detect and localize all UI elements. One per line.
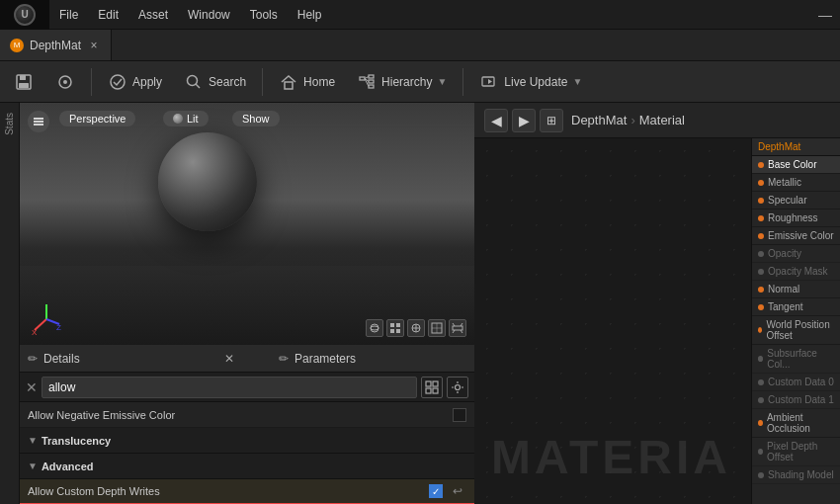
node-item-shading-model[interactable]: Shading Model [752, 466, 840, 484]
node-item-custom-data-0[interactable]: Custom Data 0 [752, 374, 840, 391]
svg-rect-44 [426, 388, 431, 393]
save-icon [14, 72, 34, 92]
perspective-button[interactable]: Perspective [59, 111, 135, 126]
node-item-world-pos[interactable]: World Position Offset [752, 316, 840, 345]
browse-button[interactable] [45, 68, 85, 96]
svg-rect-2 [19, 83, 29, 88]
forward-button[interactable]: ▶ [512, 109, 536, 132]
view-sphere-button[interactable] [366, 319, 383, 337]
material-canvas[interactable]: MATERIA [474, 138, 751, 504]
hierarchy-button[interactable]: Hierarchy ▼ [347, 68, 457, 96]
separator-2 [262, 68, 263, 96]
hierarchy-arrow: ▼ [437, 76, 447, 87]
tab-bar: M DepthMat × [0, 30, 840, 61]
search-clear-button[interactable]: ✕ [26, 379, 38, 395]
prop-allow-custom-depth: Allow Custom Depth Writes ✓ ↩ [20, 479, 474, 504]
lit-icon [173, 114, 183, 124]
svg-point-25 [371, 324, 378, 332]
menu-file[interactable]: File [49, 0, 88, 29]
node-item-specular[interactable]: Specular [752, 192, 840, 210]
save-button[interactable] [4, 68, 43, 96]
node-item-metallic[interactable]: Metallic [752, 174, 840, 192]
svg-rect-45 [433, 388, 438, 393]
details-close-button[interactable]: ✕ [221, 351, 237, 367]
node-item-base-color[interactable]: Base Color [752, 156, 840, 174]
view-checkerboard-button[interactable] [428, 319, 446, 337]
prop-allow-negative-emissive-checkbox[interactable] [453, 408, 466, 422]
view-flat-button[interactable] [407, 319, 425, 337]
apply-button[interactable]: Apply [98, 68, 172, 96]
node-item-subsurface[interactable]: Subsurface Col... [752, 345, 840, 374]
advanced-arrow-icon: ▼ [28, 461, 38, 471]
minimize-button[interactable]: — [810, 0, 840, 30]
node-dot-icon [758, 215, 764, 221]
breadcrumb-current: Material [639, 113, 685, 127]
node-item-opacity[interactable]: Opacity [752, 245, 840, 263]
node-item-roughness[interactable]: Roughness [752, 210, 840, 227]
back-button[interactable]: ◀ [484, 109, 508, 132]
search-bar: ✕ [20, 373, 474, 402]
view-toggle-button[interactable] [421, 377, 443, 398]
svg-rect-30 [396, 329, 400, 333]
details-panel: ✏ Details ✕ ✏ Parameters ✕ [20, 345, 474, 504]
reset-custom-depth-button[interactable]: ↩ [449, 482, 466, 500]
right-panel: ◀ ▶ ⊞ DepthMat › Material MATERIA DepthM… [474, 103, 840, 504]
svg-text:X: X [32, 328, 38, 337]
home-label: Home [303, 75, 335, 89]
show-button[interactable]: Show [232, 111, 280, 126]
stats-label[interactable]: Stats [4, 113, 15, 135]
node-item-custom-data-1[interactable]: Custom Data 1 [752, 391, 840, 409]
node-item-label: Metallic [768, 177, 801, 188]
node-dot-icon [758, 472, 764, 478]
node-item-label: Subsurface Col... [767, 348, 834, 370]
viewport-view-controls [366, 319, 466, 337]
breadcrumb-path: DepthMat › Material [571, 113, 685, 127]
viewport-menu-button[interactable] [28, 111, 49, 132]
hierarchy-icon [357, 72, 377, 92]
translucency-section-header[interactable]: ▼ Translucency [20, 428, 474, 454]
node-dot-icon [758, 251, 764, 257]
parameters-icon: ✏ [279, 352, 289, 366]
menu-bar: File Edit Asset Window Tools Help [49, 0, 331, 29]
grid-layout-button[interactable]: ⊞ [540, 109, 563, 132]
settings-button[interactable] [447, 377, 468, 398]
menu-tools[interactable]: Tools [240, 0, 288, 29]
view-grid-button[interactable] [386, 319, 404, 337]
node-dot-icon [758, 379, 764, 385]
view-extra-button[interactable] [449, 319, 466, 337]
menu-asset[interactable]: Asset [128, 0, 178, 29]
lit-button[interactable]: Lit [163, 111, 209, 126]
home-button[interactable]: Home [269, 68, 345, 96]
live-update-button[interactable]: Live Update ▼ [469, 68, 592, 96]
node-item-label: Roughness [768, 212, 818, 223]
details-title: Details [43, 352, 215, 366]
search-input[interactable] [42, 377, 417, 398]
node-item-ambient-occlusion[interactable]: Ambient Occlusion [752, 409, 840, 438]
viewport[interactable]: Perspective Lit Show X Z [20, 103, 474, 345]
tab-close-button[interactable]: × [87, 39, 101, 52]
svg-rect-11 [369, 80, 374, 83]
search-button[interactable]: Search [174, 68, 256, 96]
tab-depthmat[interactable]: M DepthMat × [0, 30, 112, 60]
advanced-section-header[interactable]: ▼ Advanced [20, 454, 474, 479]
top-bar: U File Edit Asset Window Tools Help — [0, 0, 840, 30]
menu-window[interactable]: Window [178, 0, 240, 29]
node-item-label: Opacity Mask [768, 266, 828, 277]
node-item-normal[interactable]: Normal [752, 281, 840, 298]
breadcrumb-project: DepthMat [571, 113, 627, 127]
svg-rect-27 [390, 323, 394, 327]
node-item-label: Custom Data 1 [768, 394, 834, 405]
prop-allow-negative-emissive: Allow Negative Emissive Color [20, 402, 474, 428]
home-icon [279, 72, 298, 92]
tab-label: DepthMat [30, 39, 81, 52]
node-item-label: World Position Offset [766, 319, 834, 341]
node-item-pixel-depth[interactable]: Pixel Depth Offset [752, 438, 840, 466]
viewport-overlay: Perspective Lit Show X Z [20, 103, 474, 345]
breadcrumb-separator: › [630, 113, 634, 127]
menu-edit[interactable]: Edit [88, 0, 128, 29]
node-item-tangent[interactable]: Tangent [752, 298, 840, 316]
prop-allow-custom-depth-checkbox[interactable]: ✓ [429, 484, 443, 498]
node-item-emissive[interactable]: Emissive Color [752, 227, 840, 245]
node-item-opacity-mask[interactable]: Opacity Mask [752, 263, 840, 281]
menu-help[interactable]: Help [288, 0, 332, 29]
